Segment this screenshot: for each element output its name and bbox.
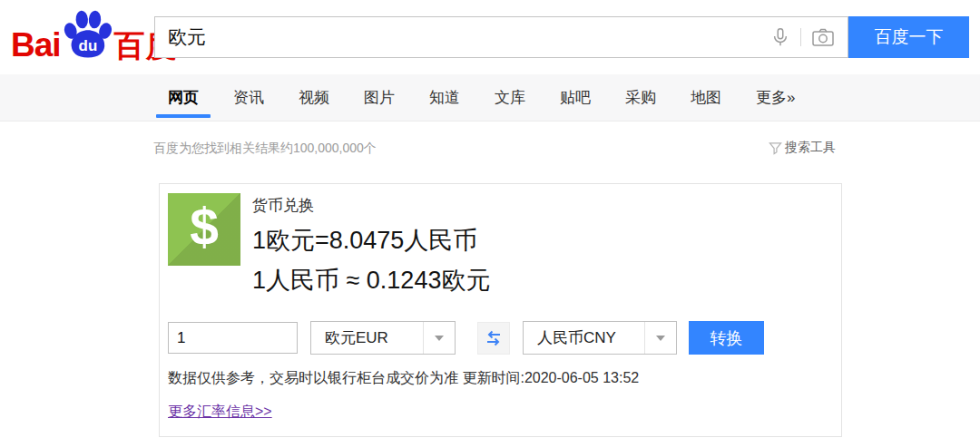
to-currency-select[interactable]: 人民币CNY xyxy=(523,321,677,355)
rate-cny-to-eur: 1人民币 ≈ 0.1243欧元 xyxy=(252,263,490,297)
search-tools-button[interactable]: 搜索工具 xyxy=(769,140,836,156)
convert-button[interactable]: 转换 xyxy=(689,321,764,355)
dollar-icon: $ xyxy=(168,193,240,266)
tab-caigou[interactable]: 采购 xyxy=(612,74,670,121)
tab-news[interactable]: 资讯 xyxy=(220,74,278,121)
tab-zhidao[interactable]: 知道 xyxy=(416,74,474,121)
search-tools-label: 搜索工具 xyxy=(785,140,836,156)
results-meta-bar: 百度为您找到相关结果约100,000,000个 搜索工具 xyxy=(0,122,980,183)
card-title: 货币兑换 xyxy=(252,196,490,216)
rate-eur-to-cny: 1欧元=8.0475人民币 xyxy=(252,223,490,258)
baidu-search-button[interactable]: 百度一下 xyxy=(848,16,969,58)
search-input[interactable] xyxy=(155,17,848,57)
svg-text:du: du xyxy=(78,37,97,54)
to-currency-caret[interactable] xyxy=(644,322,676,354)
baidu-paw-icon: du xyxy=(62,9,113,61)
baidu-logo[interactable]: Bai du 百度 xyxy=(11,9,178,59)
tab-more[interactable]: 更多» xyxy=(742,74,808,121)
tab-tieba[interactable]: 贴吧 xyxy=(546,74,604,121)
from-currency-select[interactable]: 欧元EUR xyxy=(310,321,456,355)
dollar-glyph: $ xyxy=(190,197,219,257)
tab-video[interactable]: 视频 xyxy=(285,74,343,121)
logo-text-bai: Bai xyxy=(11,32,61,59)
disclaimer-text: 数据仅供参考，交易时以银行柜台成交价为准 更新时间:2020-06-05 13:… xyxy=(168,369,832,387)
swap-currencies-button[interactable] xyxy=(477,322,510,355)
amount-input[interactable] xyxy=(168,322,298,354)
tab-images[interactable]: 图片 xyxy=(350,74,408,121)
camera-icon[interactable] xyxy=(811,27,835,47)
tab-maps[interactable]: 地图 xyxy=(677,74,735,121)
result-count-text: 百度为您找到相关结果约100,000,000个 xyxy=(153,141,377,157)
converter-form: 欧元EUR 人民币CNY 转换 xyxy=(168,321,832,355)
result-type-tabs: 网页 资讯 视频 图片 知道 文库 贴吧 采购 地图 更多» xyxy=(0,74,980,122)
microphone-icon[interactable] xyxy=(770,27,790,47)
funnel-icon xyxy=(769,141,782,155)
currency-converter-card: $ 货币兑换 1欧元=8.0475人民币 1人民币 ≈ 0.1243欧元 欧元E… xyxy=(159,183,842,437)
from-currency-caret[interactable] xyxy=(423,322,455,354)
tab-wenku[interactable]: 文库 xyxy=(481,74,539,121)
tab-web[interactable]: 网页 xyxy=(154,74,212,121)
swap-arrows-icon xyxy=(485,329,503,347)
to-currency-value: 人民币CNY xyxy=(524,322,644,354)
from-currency-value: 欧元EUR xyxy=(311,322,423,354)
search-box xyxy=(154,16,848,58)
top-search-bar: Bai du 百度 xyxy=(0,0,980,74)
more-rates-link[interactable]: 更多汇率信息>> xyxy=(168,403,272,422)
caret-down-icon xyxy=(435,336,444,341)
caret-down-icon xyxy=(656,336,665,341)
icon-divider xyxy=(800,28,801,46)
